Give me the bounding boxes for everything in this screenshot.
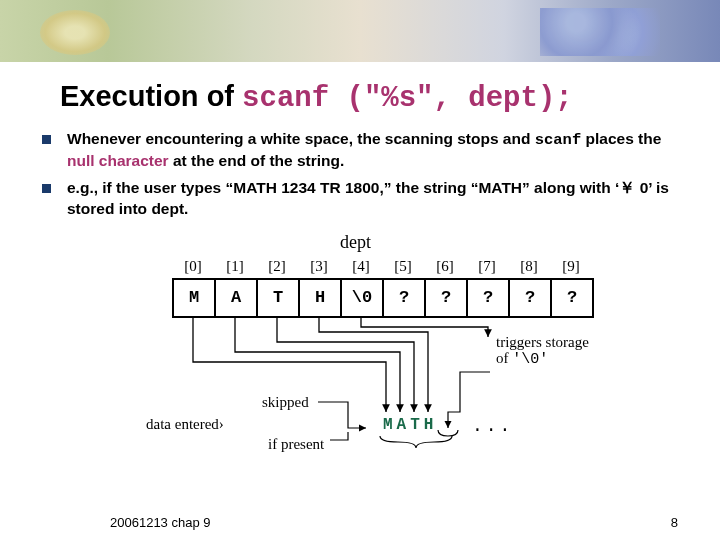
- entered-text: MATH: [383, 416, 437, 434]
- bullet-icon: [42, 184, 51, 193]
- bullet-item: e.g., if the user types “MATH 1234 TR 18…: [42, 178, 680, 220]
- decorative-banner: [0, 0, 720, 62]
- bullet-list: Whenever encountering a white space, the…: [42, 129, 680, 220]
- title-prefix: Execution of: [60, 80, 242, 112]
- triggers-label: triggers storage of '\0': [496, 334, 589, 369]
- bullet-item: Whenever encountering a white space, the…: [42, 129, 680, 172]
- array-diagram: dept [0] [1] [2] [3] [4] [5] [6] [7] [8]…: [90, 232, 630, 457]
- if-present-label: if present: [268, 436, 324, 453]
- data-entered-label: data entered›: [146, 416, 224, 433]
- slide-title: Execution of scanf ("%s", dept);: [60, 80, 720, 115]
- bullet-text: Whenever encountering a white space, the…: [67, 129, 680, 172]
- skipped-label: skipped: [262, 394, 309, 411]
- footer-date-chapter: 20061213 chap 9: [110, 515, 210, 530]
- title-code: scanf ("%s", dept);: [242, 82, 573, 115]
- bullet-text: e.g., if the user types “MATH 1234 TR 18…: [67, 178, 680, 220]
- dots: ...: [472, 416, 513, 436]
- bullet-icon: [42, 135, 51, 144]
- page-number: 8: [671, 515, 678, 530]
